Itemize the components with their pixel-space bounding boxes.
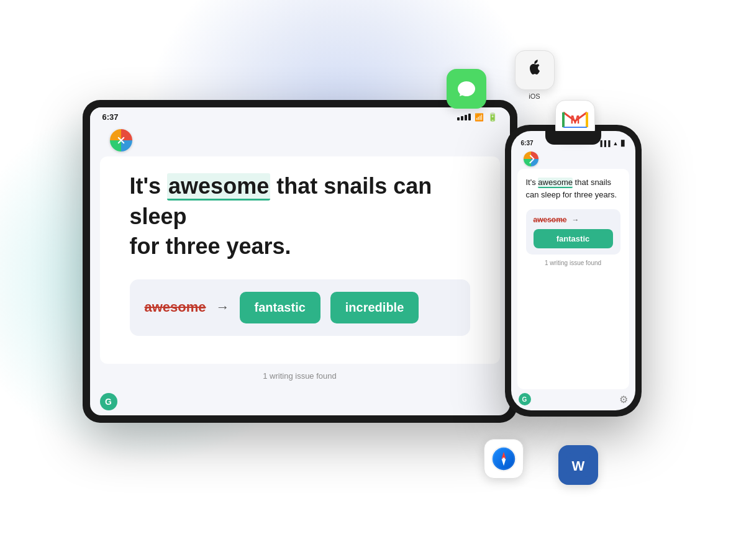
bar4 — [468, 114, 471, 120]
phone-suggestion-btn-fantastic[interactable]: fantastic — [534, 229, 613, 248]
tablet-footer: 1 writing issue found — [90, 364, 510, 388]
safari-bottom-app-icon[interactable] — [484, 439, 524, 479]
phone-arrow: → — [572, 215, 579, 224]
scene: 6:37 📶 🔋 It's — [58, 25, 679, 535]
bar3 — [465, 115, 467, 120]
phone-suggestions-panel: awesome → fantastic — [526, 209, 620, 255]
phone-wifi: ▲ — [613, 140, 619, 147]
messages-bubble-icon — [455, 77, 478, 101]
highlighted-awesome-tablet: awesome — [167, 173, 270, 201]
phone-footer: 1 writing issue found — [526, 255, 620, 269]
phone-device: 6:37 ▐▐▐ ▲ ▊ It's awesome that snails ca… — [505, 125, 642, 417]
phone-grammarly-icon[interactable]: G — [519, 393, 531, 405]
phone-bottom-bar: G ⚙ — [511, 389, 635, 410]
tablet-suggestions-panel: awesome → fantastic incredible — [130, 279, 470, 336]
phone-status-icons: ▐▐▐ ▲ ▊ — [598, 140, 625, 147]
tablet-strikethrough-word: awesome — [145, 299, 206, 315]
phone-battery: ▊ — [621, 140, 625, 147]
tablet-grammarly-icon[interactable]: G — [100, 393, 117, 410]
tablet-main-text: It's awesome that snails can sleepfor th… — [130, 171, 470, 262]
tablet-safari-icon — [110, 129, 132, 151]
phone-content-card: It's awesome that snails can sleep for t… — [517, 169, 629, 389]
tablet-bottom-bar: G — [90, 388, 510, 415]
phone-screen: 6:37 ▐▐▐ ▲ ▊ It's awesome that snails ca… — [511, 131, 635, 410]
wifi-icon: 📶 — [475, 113, 484, 122]
safari-bottom-app-icon-container — [484, 439, 524, 479]
word-w-icon: W — [566, 453, 590, 477]
phone-main-text: It's awesome that snails can sleep for t… — [526, 176, 620, 201]
tablet-safari-row — [90, 124, 510, 156]
word-app-icon-container: W — [558, 445, 598, 485]
phone-strikethrough-word: awesome — [534, 215, 567, 224]
svg-text:M: M — [570, 114, 579, 126]
tablet-screen: 6:37 📶 🔋 It's — [90, 107, 510, 415]
apple-logo-icon — [523, 58, 547, 82]
tablet-suggestion-btn-fantastic[interactable]: fantastic — [240, 292, 320, 323]
tablet-device: 6:37 📶 🔋 It's — [83, 100, 517, 423]
phone-strikethrough-row: awesome → — [534, 215, 613, 224]
messages-app-icon[interactable] — [447, 69, 486, 109]
highlighted-awesome-phone: awesome — [538, 178, 573, 188]
ios-app-icon[interactable] — [515, 50, 555, 90]
gmail-m-icon: M — [562, 110, 588, 130]
ios-app-icon-container: iOS — [515, 50, 555, 100]
tablet-arrow: → — [216, 299, 230, 315]
tablet-statusbar: 6:37 📶 🔋 — [90, 107, 510, 124]
svg-text:W: W — [571, 458, 584, 474]
bar2 — [461, 116, 463, 120]
battery-icon: 🔋 — [488, 112, 497, 122]
bar1 — [457, 117, 460, 120]
signal-icon — [457, 114, 471, 120]
tablet-status-icons: 📶 🔋 — [457, 112, 497, 122]
ios-app-label: iOS — [529, 93, 540, 100]
phone-safari-icon — [524, 151, 538, 166]
settings-gear-icon[interactable]: ⚙ — [619, 394, 628, 405]
svg-point-6 — [502, 458, 504, 460]
messages-app-icon-container — [447, 69, 486, 109]
phone-signal: ▐▐▐ — [598, 140, 610, 147]
tablet-time: 6:37 — [102, 112, 119, 122]
safari-compass-icon — [491, 446, 517, 472]
tablet-content-card: It's awesome that snails can sleepfor th… — [100, 156, 500, 364]
word-app-icon[interactable]: W — [558, 445, 598, 485]
tablet-suggestion-btn-incredible[interactable]: incredible — [330, 292, 419, 323]
phone-safari-row — [511, 149, 635, 169]
phone-time: 6:37 — [521, 140, 534, 147]
phone-notch — [545, 131, 601, 145]
